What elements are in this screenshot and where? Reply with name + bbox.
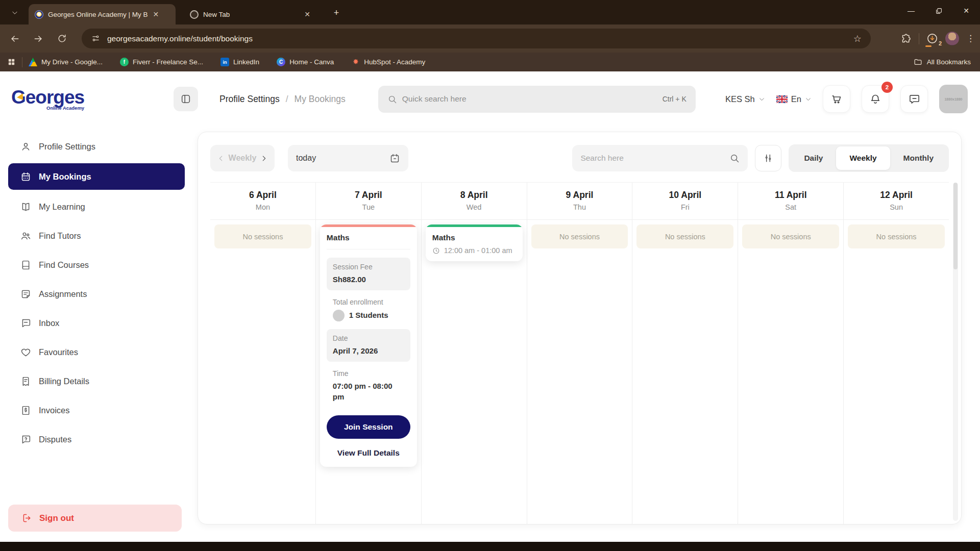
- breadcrumb-parent[interactable]: Profile Settings: [219, 94, 280, 105]
- quick-search-input[interactable]: [402, 94, 663, 104]
- day-name: Thu: [527, 203, 632, 211]
- bookmark-label: Fiverr - Freelance Se...: [133, 58, 203, 66]
- sidebar-item-label: Disputes: [39, 435, 71, 444]
- bookmark-star-icon[interactable]: ☆: [851, 33, 864, 44]
- sidebar-item-invoices[interactable]: Invoices: [8, 398, 185, 422]
- apps-grid-icon[interactable]: [7, 58, 16, 66]
- logo[interactable]: Georges Online Academy: [11, 87, 84, 111]
- currency-selector[interactable]: KES Sh: [725, 94, 765, 104]
- url-text[interactable]: georgesacademy.online/student/bookings: [107, 34, 851, 43]
- calendar-icon[interactable]: [389, 153, 400, 164]
- linkedin-icon: in: [220, 58, 229, 66]
- view-weekly-button[interactable]: Weekly: [836, 146, 890, 170]
- session-compact-card[interactable]: Maths 12:00 am - 01:00 am: [426, 224, 523, 261]
- sidebar-item-assignments[interactable]: Assignments: [8, 282, 185, 306]
- url-bar[interactable]: georgesacademy.online/student/bookings ☆: [82, 29, 871, 48]
- calendar-search[interactable]: [572, 145, 748, 171]
- bookmark-canva[interactable]: C Home - Canva: [277, 58, 334, 66]
- user-avatar[interactable]: 1880x1880: [939, 85, 968, 113]
- day-column-fri: No sessions: [632, 220, 738, 524]
- no-sessions-chip: No sessions: [848, 224, 945, 248]
- browser-menu-icon[interactable]: ⋮: [966, 33, 975, 44]
- download-icon[interactable]: 2: [926, 33, 938, 44]
- person-icon: [20, 141, 31, 152]
- view-full-details-link[interactable]: View Full Details: [327, 448, 410, 459]
- cart-button[interactable]: [823, 85, 850, 113]
- new-tab-button[interactable]: +: [331, 7, 342, 18]
- sidebar-item-label: My Learning: [39, 202, 85, 212]
- filter-sliders-icon: [763, 153, 773, 163]
- filter-button[interactable]: [755, 145, 781, 171]
- time-value: 07:00 pm - 08:00 pm: [333, 381, 404, 403]
- session-title: Maths: [432, 233, 516, 242]
- question-bubble-icon: [20, 434, 31, 445]
- view-switcher: Daily Weekly Monthly: [789, 144, 949, 172]
- newtab-favicon: [190, 10, 199, 19]
- bookmark-hubspot[interactable]: ⁕ HubSpot - Academy: [351, 58, 425, 66]
- sidebar-item-label: Favourites: [39, 347, 78, 357]
- sidebar-item-label: Profile Settings: [39, 142, 95, 152]
- view-monthly-button[interactable]: Monthly: [890, 146, 947, 170]
- window-minimize-button[interactable]: —: [897, 0, 925, 21]
- site-info-icon[interactable]: [89, 32, 102, 45]
- sidebar-item-profile-settings[interactable]: Profile Settings: [8, 134, 185, 159]
- sidebar-item-inbox[interactable]: Inbox: [8, 311, 185, 335]
- sidebar-toggle-button[interactable]: [174, 87, 198, 111]
- messages-button[interactable]: [900, 85, 928, 113]
- tab-close-icon[interactable]: ✕: [153, 10, 159, 18]
- tab-title: Georges Online Academy | My B: [48, 11, 148, 18]
- session-time-value: 12:00 am - 01:00 am: [444, 246, 512, 255]
- fee-label: Session Fee: [333, 263, 404, 271]
- bell-icon: [869, 93, 881, 105]
- browser-tab-newtab[interactable]: New Tab ✕: [184, 4, 316, 24]
- date-picker[interactable]: today: [288, 145, 408, 171]
- tab-search-chevron-icon[interactable]: [6, 5, 23, 20]
- window-maximize-button[interactable]: [925, 0, 952, 21]
- prev-week-icon[interactable]: [217, 155, 225, 162]
- scrollbar-thumb[interactable]: [953, 183, 958, 269]
- google-drive-icon: [29, 58, 37, 66]
- extensions-icon[interactable]: [901, 33, 912, 44]
- time-label: Time: [333, 369, 404, 378]
- breadcrumb-current: My Bookings: [295, 94, 346, 105]
- student-avatar: [333, 310, 345, 321]
- tab-close-icon[interactable]: ✕: [304, 10, 310, 18]
- bookmark-drive[interactable]: My Drive - Google...: [29, 58, 103, 66]
- date-value: April 7, 2026: [333, 345, 404, 357]
- join-session-button[interactable]: Join Session: [327, 415, 410, 439]
- day-column-tue: Maths Session Fee Sh882.00 Total enrollm…: [316, 220, 422, 524]
- sidebar-item-find-tutors[interactable]: Find Tutors: [8, 223, 185, 248]
- session-detail-card[interactable]: Maths Session Fee Sh882.00 Total enrollm…: [320, 224, 417, 467]
- language-selector[interactable]: En: [776, 94, 812, 104]
- sign-out-button[interactable]: Sign out: [8, 505, 182, 532]
- all-bookmarks-button[interactable]: All Bookmarks: [914, 58, 971, 66]
- billing-icon: [20, 376, 31, 387]
- forward-icon[interactable]: [30, 30, 47, 47]
- window-close-button[interactable]: ✕: [952, 0, 980, 21]
- browser-tab-active[interactable]: Georges Online Academy | My B ✕: [29, 4, 176, 24]
- bookmark-linkedin[interactable]: in LinkedIn: [220, 58, 259, 66]
- sidebar-item-my-learning[interactable]: My Learning: [8, 194, 185, 219]
- sidebar-item-my-bookings[interactable]: My Bookings: [8, 163, 185, 190]
- bookmark-fiverr[interactable]: f Fiverr - Freelance Se...: [120, 58, 203, 66]
- open-book-icon: [20, 202, 31, 212]
- back-icon[interactable]: [6, 30, 23, 47]
- calendar-scrollbar[interactable]: [953, 183, 958, 521]
- sidebar-item-favourites[interactable]: Favourites: [8, 340, 185, 364]
- currency-label: KES Sh: [725, 94, 755, 104]
- fiverr-icon: f: [120, 58, 129, 66]
- browser-profile-avatar[interactable]: [945, 32, 959, 45]
- week-nav-label: Weekly: [229, 154, 257, 163]
- view-daily-button[interactable]: Daily: [791, 146, 836, 170]
- sidebar-item-billing-details[interactable]: Billing Details: [8, 369, 185, 393]
- bookmark-label: LinkedIn: [233, 58, 259, 66]
- sidebar-item-label: Invoices: [39, 406, 70, 415]
- sidebar-item-find-courses[interactable]: Find Courses: [8, 253, 185, 277]
- calendar-search-input[interactable]: [580, 154, 729, 163]
- quick-search[interactable]: Ctrl + K: [378, 86, 696, 113]
- day-date: 12 April: [844, 190, 949, 201]
- next-week-icon[interactable]: [260, 155, 267, 162]
- sidebar-item-disputes[interactable]: Disputes: [8, 427, 185, 452]
- reload-icon[interactable]: [53, 30, 70, 47]
- notifications-button[interactable]: 2: [862, 85, 889, 113]
